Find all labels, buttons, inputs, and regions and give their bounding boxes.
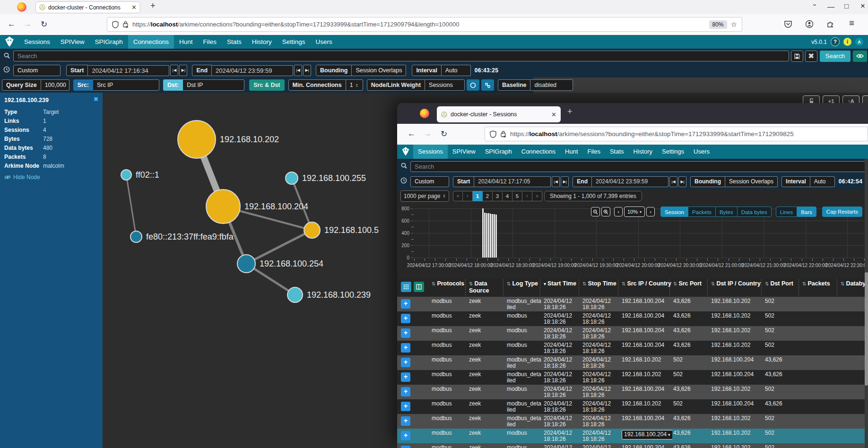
sort-icon[interactable]: ⇅ <box>711 281 715 286</box>
src-select[interactable]: Src IP <box>93 79 159 91</box>
start-time-input[interactable] <box>88 65 169 76</box>
w1-browser-tab[interactable]: docker-cluster - Connections ✕ <box>35 1 140 13</box>
sort-icon[interactable]: ⇅ <box>841 281 844 286</box>
toggle-view-grid-icon[interactable] <box>401 282 411 292</box>
forward-icon[interactable]: → <box>24 19 32 29</box>
sort-icon[interactable]: ▾ <box>544 281 546 286</box>
start-skip-back-icon[interactable]: |◀ <box>552 176 560 187</box>
graph-node[interactable] <box>206 190 240 224</box>
sort-icon[interactable]: ⇅ <box>582 281 586 286</box>
column-header-protocols[interactable]: ⇅Protocols <box>432 280 468 287</box>
end-skip-back-icon[interactable]: |◀ <box>669 176 677 187</box>
column-header-stop[interactable]: ⇅Stop Time <box>582 280 620 287</box>
nav-item-files[interactable]: Files <box>583 145 605 159</box>
lock-warning-icon[interactable] <box>500 130 506 138</box>
sort-icon[interactable]: ⇅ <box>507 281 511 286</box>
w2-tab-close-icon[interactable]: ✕ <box>551 112 556 118</box>
table-row[interactable]: +modbuszeekmodbus_detailed2024/04/1218:1… <box>397 414 868 429</box>
w2-scrollbar-thumb[interactable] <box>865 272 868 386</box>
lock-warning-icon[interactable] <box>122 21 129 28</box>
bookmark-star-icon[interactable]: ☆ <box>731 20 737 29</box>
nav-item-connections[interactable]: Connections <box>128 35 174 49</box>
expand-row-button[interactable]: + <box>401 431 410 440</box>
query-size-select[interactable]: 100,000 <box>41 79 69 91</box>
bounding-select[interactable]: Session Overlaps <box>352 65 406 76</box>
table-row[interactable]: +modbuszeekmodbus2024/04/1218:18:262024/… <box>397 341 868 355</box>
end-skip-fwd-icon[interactable]: ▶| <box>678 176 686 187</box>
page-button-2[interactable]: 2 <box>483 191 493 201</box>
nav-item-files[interactable]: Files <box>198 35 222 49</box>
end-time-input[interactable] <box>592 176 668 187</box>
expand-row-button[interactable]: + <box>401 299 410 309</box>
src-ip-dropdown[interactable]: 192.168.100.204▾ <box>622 430 672 439</box>
column-config-icon[interactable] <box>414 282 424 292</box>
new-tab-button[interactable]: + <box>150 1 156 11</box>
w2-browser-tab[interactable]: docker-cluster - Sessions ✕ <box>437 106 561 122</box>
table-row[interactable]: +modbuszeekmodbus2024/04/1218:18:262024/… <box>397 326 868 341</box>
sort-icon[interactable]: ⇅ <box>622 281 625 286</box>
page-zoom-badge[interactable]: 80% <box>709 20 727 29</box>
graph-node[interactable] <box>121 170 131 180</box>
w1-tab-close-icon[interactable]: ✕ <box>131 4 137 10</box>
end-time-input[interactable] <box>212 65 293 76</box>
menu-hamburger-icon[interactable]: ≡ <box>849 18 854 28</box>
close-window-button[interactable]: × <box>860 1 865 11</box>
end-skip-back-icon[interactable]: |◀ <box>294 65 302 76</box>
nav-item-spiview[interactable]: SPIView <box>55 35 90 49</box>
column-header-dst_ip[interactable]: ⇅Dst IP / Country <box>711 280 763 287</box>
new-tab-button[interactable]: + <box>567 107 573 117</box>
graph-node[interactable] <box>304 222 320 238</box>
page-button-5[interactable]: 5 <box>512 191 522 201</box>
back-icon[interactable]: ← <box>408 129 416 138</box>
reload-icon[interactable]: ↻ <box>41 19 47 29</box>
reload-icon[interactable]: ↻ <box>441 129 447 139</box>
shield-icon[interactable] <box>490 130 496 138</box>
page-nav-button[interactable]: « <box>453 191 463 201</box>
maximize-button[interactable]: □ <box>844 2 849 10</box>
graph-node[interactable] <box>130 231 142 242</box>
per-page-select[interactable]: 1000 per page⇕ <box>400 190 449 202</box>
nav-item-history[interactable]: History <box>247 35 277 49</box>
nav-item-hunt[interactable]: Hunt <box>560 145 582 159</box>
start-skip-back-icon[interactable]: |◀ <box>170 65 178 76</box>
start-time-input[interactable] <box>474 176 551 187</box>
w2-scrollbar[interactable] <box>865 159 868 448</box>
page-nav-button[interactable]: ‹ <box>463 191 473 201</box>
column-header-dst_port[interactable]: ⇅Dst Port <box>765 280 800 287</box>
nav-item-connections[interactable]: Connections <box>517 145 560 159</box>
nav-item-hunt[interactable]: Hunt <box>174 35 198 49</box>
table-row[interactable]: +modbuszeekmodbus2024/04/1218:18:262024/… <box>397 311 868 326</box>
back-icon[interactable]: ← <box>8 19 16 29</box>
nav-item-spiview[interactable]: SPIView <box>448 145 480 159</box>
page-nav-button[interactable]: › <box>522 191 532 201</box>
baseline-select[interactable]: disabled <box>530 79 573 91</box>
info-icon[interactable]: i <box>843 38 851 46</box>
series-toggle-session[interactable]: Session <box>660 207 688 217</box>
expand-row-button[interactable]: + <box>401 402 410 411</box>
zoom-out-icon[interactable] <box>591 207 600 216</box>
nav-item-stats[interactable]: Stats <box>222 35 247 49</box>
help-icon[interactable]: ? <box>831 37 840 46</box>
nav-item-spigraph[interactable]: SPIGraph <box>480 145 517 159</box>
series-toggle-bytes[interactable]: Bytes <box>716 207 738 217</box>
pan-right-icon[interactable]: › <box>646 207 655 216</box>
start-skip-fwd-icon[interactable]: ▶| <box>179 65 187 76</box>
src-dst-button[interactable]: Src & Dst <box>249 79 284 91</box>
w1-search-input[interactable] <box>13 51 789 61</box>
owl-toggle-icon[interactable]: ʌ <box>855 38 863 46</box>
expand-row-button[interactable]: + <box>401 328 410 338</box>
page-button-4[interactable]: 4 <box>503 191 512 201</box>
expand-row-button[interactable]: + <box>401 343 410 353</box>
graph-node[interactable] <box>286 172 298 184</box>
expand-row-button[interactable]: + <box>401 314 410 323</box>
cap-restarts-button[interactable]: Cap Restarts <box>822 207 862 217</box>
column-header-log_type[interactable]: ⇅Log Type <box>507 280 542 287</box>
pan-left-icon[interactable]: ‹ <box>614 207 623 216</box>
nav-item-settings[interactable]: Settings <box>657 145 689 159</box>
dst-select[interactable]: Dst IP <box>183 79 244 91</box>
graph-node[interactable] <box>237 255 255 273</box>
column-header-data_source[interactable]: ⇅Data Source <box>469 280 499 294</box>
search-button[interactable]: Search <box>820 51 851 62</box>
w2-url-field[interactable]: https://localhost/arkime/sessions?boundi… <box>485 127 868 141</box>
table-row[interactable]: +modbuszeekmodbus_detailed2024/04/1218:1… <box>397 399 868 414</box>
